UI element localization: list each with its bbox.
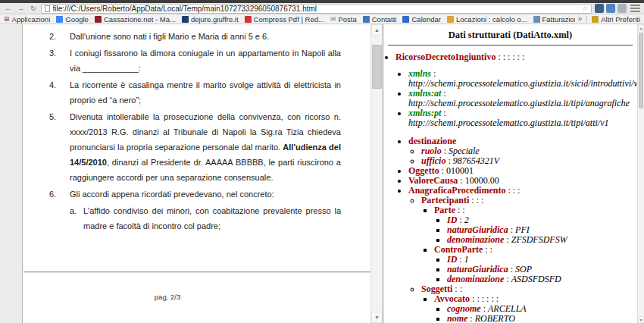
bookmark-item[interactable]: Google xyxy=(56,15,89,24)
xml-value: 1 xyxy=(464,254,469,265)
bookmark-label: Applicazioni xyxy=(12,15,51,24)
xml-key: Oggetto xyxy=(408,165,439,176)
dejure-icon xyxy=(182,16,189,23)
xml-divider xyxy=(388,45,633,45)
xml-separator: : xyxy=(508,224,515,235)
xml-key: ruolo xyxy=(421,146,442,156)
xml-value: ASDSFDSFD xyxy=(511,274,561,284)
page-gutter xyxy=(0,24,23,323)
right-scroll-up-icon[interactable]: ▲ xyxy=(638,24,644,31)
xml-key: AnagraficaProcedimento xyxy=(408,185,505,196)
document-pane: 2.Dall'unione sono nati i figli Mario e … xyxy=(0,24,370,323)
xml-node: denominazione : ASDSFDSFD xyxy=(447,274,635,284)
xml-separator: : xyxy=(445,155,452,166)
xml-key: Partecipanti xyxy=(421,195,469,205)
url-text: file:///C:/Users/Roberto/AppData/Local/T… xyxy=(53,5,579,13)
fattura-icon xyxy=(533,16,540,23)
xml-key: ControParte xyxy=(434,244,483,255)
xml-key: Parte xyxy=(434,205,455,215)
menu-icon[interactable] xyxy=(630,4,641,13)
xml-key: denominazione xyxy=(447,234,504,245)
bookmark-star-icon[interactable]: ☆ xyxy=(582,5,588,12)
xml-value: SOP xyxy=(515,264,532,274)
extension-3-icon[interactable] xyxy=(617,4,627,13)
xml-key: ValoreCausa xyxy=(408,175,458,186)
mail-icon: ✉ xyxy=(330,16,336,23)
extensions-area xyxy=(595,4,627,13)
bookmark-item[interactable]: Calendar xyxy=(402,15,441,24)
other-bookmarks-label: Altri Preferiti xyxy=(601,15,640,24)
xml-separator: : xyxy=(458,175,464,186)
xml-node: xmlns:at : http://schemi.processotelemat… xyxy=(408,89,635,108)
forward-icon[interactable]: → xyxy=(16,4,26,14)
xml-value: 987654321V xyxy=(453,155,499,166)
xml-key: ufficio xyxy=(421,155,445,166)
scroll-down-icon[interactable]: ▼ xyxy=(371,312,383,323)
bookmarks-overflow-icon[interactable]: » xyxy=(578,15,583,23)
xml-empty-children: : : xyxy=(483,244,492,255)
bookmark-item[interactable]: dejure.giuffre.it xyxy=(182,15,239,24)
xml-separator: : xyxy=(467,313,474,323)
bookmark-label: Calendar xyxy=(411,15,441,24)
xml-value: Speciale xyxy=(449,146,480,156)
xml-key: naturaGiuridica xyxy=(447,264,508,274)
xml-key: denominazione xyxy=(447,274,504,284)
bookmark-label: Contatti xyxy=(372,15,397,24)
google-icon xyxy=(56,16,63,23)
xml-empty-children: : : : : : : xyxy=(470,293,499,304)
left-scrollbar[interactable]: ▲ ▼ xyxy=(370,24,383,323)
browser-toolbar: ← → ↻ file:///C:/Users/Roberto/AppData/L… xyxy=(0,3,644,14)
xml-empty-children: : : xyxy=(455,205,465,215)
scroll-up-icon[interactable]: ▲ xyxy=(371,24,383,36)
extension-1-icon[interactable] xyxy=(595,4,604,13)
scroll-thumb[interactable] xyxy=(372,45,382,89)
xml-node: Avvocato : : : : : :cognome : ARCELLAnom… xyxy=(434,294,635,323)
list-item-number: 5. xyxy=(49,109,70,185)
document-list-item: a.L'affido condiviso dei minori, con coa… xyxy=(49,203,341,234)
right-scrollbar[interactable]: ▲ ▼ xyxy=(637,24,644,323)
browser-window: ← → ↻ file:///C:/Users/Roberto/AppData/L… xyxy=(0,0,644,323)
bookmark-item[interactable]: Fatturazione elettro... xyxy=(533,15,575,24)
other-bookmarks-button[interactable]: Altri Preferiti xyxy=(592,15,640,24)
xml-key: naturaGiuridica xyxy=(447,224,508,235)
calendar-icon xyxy=(402,16,409,23)
xml-empty-children: : : : : : : xyxy=(496,52,524,62)
list-item-text: Dall'unione sono nati i figli Mario e Ma… xyxy=(70,29,341,44)
folder-icon xyxy=(592,16,599,23)
xml-separator: : xyxy=(481,303,488,314)
xml-value: http://schemi.processotelematico.giustiz… xyxy=(408,98,630,108)
bookmark-item[interactable]: Locazioni : calcolo o... xyxy=(447,15,527,24)
reload-icon[interactable]: ↻ xyxy=(29,4,38,14)
bookmark-label: dejure.giuffre.it xyxy=(191,15,239,24)
back-icon[interactable]: ← xyxy=(3,4,13,14)
bookmark-item[interactable]: Cassazione.net - Ma... xyxy=(95,15,176,24)
xml-panel: Dati strutturati (DatiAtto.xml) RicorsoD… xyxy=(383,24,637,323)
xml-key: xmlns xyxy=(408,68,431,79)
list-item-text: Divenuta intollerabile la prosecuzione d… xyxy=(70,109,341,185)
bookmarks-right-group: » Altri Preferiti xyxy=(578,15,640,24)
xml-value: ROBERTO xyxy=(475,313,515,323)
cassazione-icon xyxy=(95,16,102,23)
xml-panel-title: Dati strutturati (DatiAtto.xml) xyxy=(383,30,637,41)
bookmark-item[interactable]: Contatti xyxy=(363,15,397,24)
address-bar[interactable]: file:///C:/Users/Roberto/AppData/Local/T… xyxy=(41,4,592,14)
xml-value: http://schemi.processotelematico.giustiz… xyxy=(408,118,609,128)
xml-separator: : xyxy=(442,146,449,156)
xml-value: http://schemi.processotelematico.giustiz… xyxy=(408,78,637,89)
bookmark-item[interactable]: Compress Pdf | Red... xyxy=(245,15,324,24)
page-break-line xyxy=(23,271,370,272)
xml-node: destinazioneruolo : Specialeufficio : 98… xyxy=(408,136,635,166)
xml-value: ARCELLA xyxy=(488,303,527,314)
bookmark-item[interactable]: ✉Posta xyxy=(330,15,357,24)
bookmark-label: Google xyxy=(65,15,89,24)
xml-separator: : xyxy=(441,108,445,118)
right-scroll-thumb[interactable] xyxy=(639,33,643,108)
xml-empty-children: : : xyxy=(452,284,462,294)
bookmarks-separator xyxy=(586,16,587,23)
xml-value: ZFSDFSDFSW xyxy=(511,234,567,245)
list-item-number: 4. xyxy=(49,77,70,108)
right-scroll-down-icon[interactable]: ▼ xyxy=(638,316,644,323)
extension-2-icon[interactable] xyxy=(606,4,615,13)
xml-tree: RicorsoDecretoIngiuntivo : : : : : :xmln… xyxy=(383,52,637,323)
bookmark-item[interactable]: ⊞Applicazioni xyxy=(4,15,50,24)
